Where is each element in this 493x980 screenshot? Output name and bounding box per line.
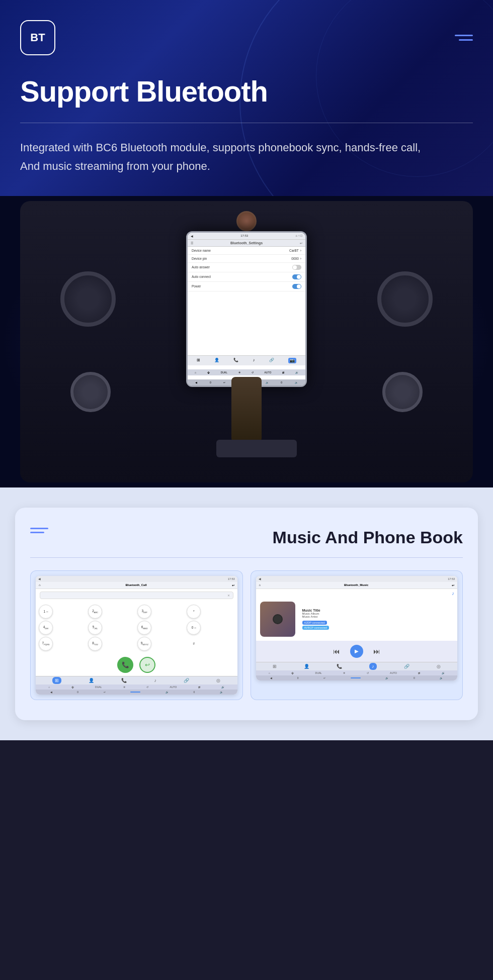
key-0[interactable]: 0 – [187,621,201,635]
vent-left [60,271,116,327]
bottom-section: Music And Phone Book ◀ 17:53 ⌂ Bluetooth… [0,487,493,740]
call-buttons: 📞 ↩ [36,654,237,676]
auto-answer-toggle[interactable] [292,265,301,270]
music-status-bar: ◀ 17:53 [256,576,458,582]
play-button[interactable]: ▶ [350,645,363,658]
hero-description: Integrated with BC6 Bluetooth module, su… [20,138,473,176]
nav-apps[interactable]: ⊞ [52,678,61,683]
device-pin-row: Device pin 0000 › [188,255,305,263]
phone-screen: ◀ 17:53 ⌂ Bluetooth_Call ↩ ✕ [36,576,237,695]
key-5[interactable]: 5JKL [88,621,102,635]
car-interior: ◀ 17:53 ⌂ ↑ □ ☰ Bluetooth_Settings ↩ Dev… [20,201,473,482]
a2dp-badge: A2DP connected [302,621,327,625]
phone-screen-card: ◀ 17:53 ⌂ Bluetooth_Call ↩ ✕ [30,570,243,700]
avrcp-badge: AVRCP connected [302,626,329,630]
nav-camera[interactable]: ◎ [216,678,220,683]
nav-contacts[interactable]: 👤 [89,678,94,683]
menu-icon[interactable] [455,35,473,41]
music-nav-link[interactable]: 🔗 [404,664,409,669]
redial-button[interactable]: ↩ [139,657,155,673]
key-1[interactable]: 1 – [39,605,53,619]
car-image-section: ◀ 17:53 ⌂ ↑ □ ☰ Bluetooth_Settings ↩ Dev… [0,196,493,487]
music-nav-apps[interactable]: ⊞ [273,664,277,669]
keypad: 1 – 2ABC 3DEF * 4GHI 5JKL 6MNO 0 – 7PQRS… [36,602,237,654]
screen-content: ◀ 17:53 ⌂ ↑ □ ☰ Bluetooth_Settings ↩ Dev… [188,233,305,385]
section-divider [30,557,463,558]
screens-row: ◀ 17:53 ⌂ Bluetooth_Call ↩ ✕ [30,570,463,700]
next-button[interactable]: ⏭ [373,647,380,655]
vent-right [377,271,433,327]
hero-section: BT Support Bluetooth Integrated with BC6… [0,0,493,196]
device-name-row: Device name CarBT › [188,247,305,255]
power-toggle[interactable] [292,284,301,289]
bt-logo: BT [20,20,55,55]
hero-divider [20,123,473,123]
key-3[interactable]: 3DEF [137,605,151,619]
music-bottom-nav: ⊞ 👤 📞 ♪ 🔗 ◎ [256,662,458,670]
knob-right [382,372,423,412]
music-metadata: Music Title Music Album Music Artist A2D… [299,607,454,632]
section-header: Music And Phone Book [30,528,463,547]
music-sys-bar: ⌂⏻DUAL❄↺AUTO⇄🔊 [256,670,458,675]
call-button[interactable]: 📞 [117,657,133,673]
key-6[interactable]: 6MNO [137,621,151,635]
nav-music[interactable]: ♪ [154,678,157,683]
phone-sys-bar2: ◀0↵🔊0🔈 [36,690,237,695]
music-nav-phone[interactable]: 📞 [337,664,342,669]
hero-header: BT [20,20,473,55]
section-menu-icon[interactable] [30,528,48,533]
section-card: Music And Phone Book ◀ 17:53 ⌂ Bluetooth… [15,508,478,720]
key-star[interactable]: * [187,605,201,619]
key-8[interactable]: 8TUV [88,637,102,651]
phone-search-bar[interactable]: ✕ [40,592,233,599]
prev-button[interactable]: ⏮ [333,647,340,655]
key-7[interactable]: 7PQRS [39,637,53,651]
auto-connect-toggle[interactable] [292,274,301,279]
music-nav-music[interactable]: ♪ [369,664,377,669]
phone-status-bar: ◀ 17:53 [36,576,237,582]
music-info-row: Music Title Music Album Music Artist A2D… [256,598,458,641]
key-9[interactable]: 9WXYZ [137,637,151,651]
music-controls: ⏮ ▶ ⏭ [256,641,458,662]
top-knob [236,211,257,231]
music-sys-bar2: ◀0↵🔊0🔈 [256,675,458,680]
music-screen-card: ◀ 17:53 ⌂ Bluetooth_Music ↩ ♪ [251,570,463,700]
gear-shift [231,377,262,442]
section-title: Music And Phone Book [273,528,463,547]
key-4[interactable]: 4GHI [39,621,53,635]
screen-nav: ⊞ 👤 📞 ♪ 🔗 📷 [188,355,305,365]
nav-phone[interactable]: 📞 [121,678,127,683]
key-2[interactable]: 2ABC [88,605,102,619]
knob-left [70,372,111,412]
phone-bottom-nav: ⊞ 👤 📞 ♪ 🔗 ◎ [36,676,237,684]
nav-link[interactable]: 🔗 [184,678,189,683]
music-nav-contacts[interactable]: 👤 [304,664,309,669]
power-row: Power [188,282,305,291]
music-screen: ◀ 17:53 ⌂ Bluetooth_Music ↩ ♪ [256,576,458,680]
hero-title: Support Bluetooth [20,75,473,108]
screen-sys-bar: ⌂⏻DUAL❄↺AUTO⇄🔊 [188,369,305,375]
dashboard-screen: ◀ 17:53 ⌂ ↑ □ ☰ Bluetooth_Settings ↩ Dev… [186,231,307,387]
music-nav-camera[interactable]: ◎ [437,664,441,669]
key-pound[interactable]: # [187,637,201,651]
auto-connect-row: Auto connect [188,272,305,282]
phone-sys-bar: ⌂⏻DUAL❄↺AUTO⇄🔊 [36,684,237,690]
album-art [260,602,295,637]
screen-status-bar: ◀ 17:53 ⌂ ↑ □ [188,233,305,240]
media-deck [216,440,297,457]
auto-answer-row: Auto answer [188,263,305,272]
